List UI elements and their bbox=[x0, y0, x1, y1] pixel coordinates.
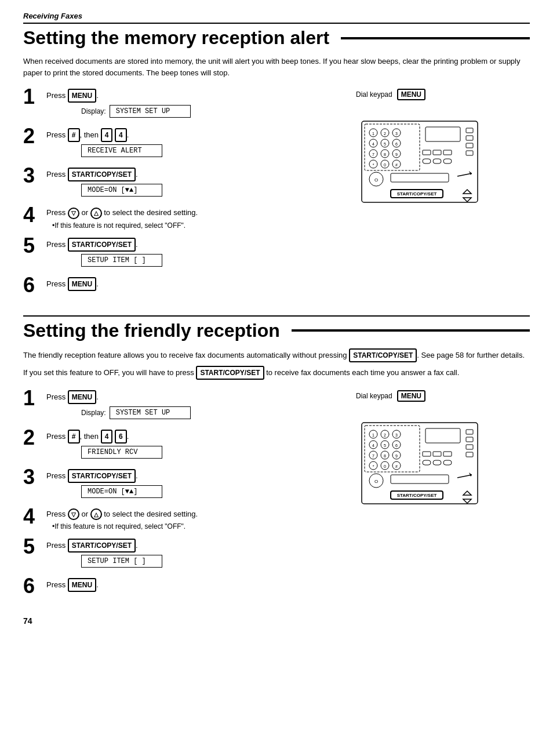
page-container: Receiving Faxes Setting the memory recep… bbox=[0, 0, 553, 643]
s2-step-3-row: 3 Press START/COPY/SET. MODE=ON [▼▲] bbox=[23, 469, 344, 500]
s2-step-1-number: 1 bbox=[23, 388, 46, 409]
s2-step-3-number: 3 bbox=[23, 467, 46, 488]
svg-text:7: 7 bbox=[372, 152, 374, 157]
s2-step-2-row: 2 Press #, then 4 6. FRIENDLY RCV bbox=[23, 430, 344, 461]
svg-text:0: 0 bbox=[384, 464, 386, 468]
s2-step-2-text: Press #, then 4 6. bbox=[46, 430, 344, 444]
step-2-row: 2 Press #, then 4 4. RECEIVE ALERT bbox=[23, 128, 344, 159]
s2-step-5-text: Press START/COPY/SET. bbox=[46, 539, 344, 553]
step-3-display: MODE=ON [▼▲] bbox=[81, 184, 162, 197]
svg-rect-35 bbox=[433, 159, 441, 163]
s2-step-2-content: Press #, then 4 6. FRIENDLY RCV bbox=[46, 430, 344, 461]
menu-btn-s2-1: MENU bbox=[68, 390, 96, 404]
down-circle-s2: ▽ bbox=[68, 508, 79, 520]
svg-text:START/COPY/SET: START/COPY/SET bbox=[397, 191, 437, 197]
start-copy-set-btn-s2-5: START/COPY/SET bbox=[68, 539, 136, 553]
step-1-text: Press MENU. bbox=[46, 89, 344, 103]
fax-machine-diagram-1: 1 2 3 4 5 6 7 8 9 * bbox=[356, 104, 518, 220]
step-4-number: 4 bbox=[23, 205, 46, 226]
svg-rect-82 bbox=[443, 460, 452, 465]
title-line bbox=[341, 37, 530, 39]
step-2-display: RECEIVE ALERT bbox=[81, 144, 162, 157]
title-line-2 bbox=[292, 329, 530, 332]
menu-label-2: MENU bbox=[397, 390, 425, 402]
svg-rect-33 bbox=[443, 150, 452, 155]
svg-text:*: * bbox=[373, 464, 374, 468]
svg-text:O: O bbox=[374, 177, 378, 183]
hash-btn-s2: # bbox=[68, 430, 80, 444]
s2-step-6-content: Press MENU. bbox=[46, 578, 344, 594]
s2-lcd-mode-on: MODE=ON [▼▲] bbox=[81, 485, 162, 498]
svg-text:START/COPY/SET: START/COPY/SET bbox=[397, 493, 437, 498]
svg-text:4: 4 bbox=[372, 142, 374, 146]
svg-rect-26 bbox=[425, 127, 460, 141]
step-2-number: 2 bbox=[23, 126, 46, 147]
step-5-text: Press START/COPY/SET. bbox=[46, 238, 344, 252]
s2-step-5-number: 5 bbox=[23, 536, 46, 557]
section2-steps: 1 Press MENU. Display: SYSTEM SET UP 2 P bbox=[23, 390, 344, 605]
dial-keypad-label-2: Dial keypad bbox=[356, 392, 392, 400]
svg-marker-44 bbox=[463, 190, 471, 194]
section1-steps: 1 Press MENU. Display: SYSTEM SET UP 2 P bbox=[23, 89, 344, 304]
step-4-text: Press ▽ or △ to select the desired setti… bbox=[46, 207, 344, 219]
svg-marker-91 bbox=[463, 499, 471, 503]
svg-line-40 bbox=[457, 173, 472, 176]
svg-rect-77 bbox=[423, 452, 431, 456]
step-5-row: 5 Press START/COPY/SET. SETUP ITEM [ ] bbox=[23, 238, 344, 269]
s2-step-6-row: 6 Press MENU. bbox=[23, 578, 344, 597]
svg-rect-34 bbox=[423, 159, 431, 163]
s2-step-6-number: 6 bbox=[23, 576, 46, 597]
step-5-display: SETUP ITEM [ ] bbox=[81, 254, 162, 267]
s2-lcd-setup-item: SETUP ITEM [ ] bbox=[81, 555, 162, 568]
svg-text:1: 1 bbox=[372, 132, 374, 136]
key4b-s1: 4 bbox=[115, 128, 127, 142]
s2-step-2-number: 2 bbox=[23, 427, 46, 448]
start-copy-set-ref-intro: START/COPY/SET bbox=[349, 348, 417, 362]
svg-rect-78 bbox=[433, 452, 441, 456]
svg-text:3: 3 bbox=[395, 132, 398, 136]
svg-text:9: 9 bbox=[395, 454, 398, 458]
page-number: 74 bbox=[23, 616, 530, 626]
start-copy-set-btn-s2-3: START/COPY/SET bbox=[68, 469, 136, 483]
section2-content: 1 Press MENU. Display: SYSTEM SET UP 2 P bbox=[23, 390, 530, 605]
svg-text:#: # bbox=[395, 163, 398, 167]
dial-keypad-label-1: Dial keypad bbox=[356, 90, 392, 99]
svg-text:8: 8 bbox=[384, 152, 386, 157]
step-1-number: 1 bbox=[23, 86, 46, 107]
svg-rect-72 bbox=[425, 428, 460, 443]
s2-step-3-display: MODE=ON [▼▲] bbox=[81, 485, 162, 498]
s2-step-1-content: Press MENU. Display: SYSTEM SET UP bbox=[46, 390, 344, 421]
step-3-content: Press START/COPY/SET. MODE=ON [▼▲] bbox=[46, 168, 344, 199]
menu-btn-s1-6: MENU bbox=[68, 277, 96, 291]
section1-diagram: Dial keypad MENU 1 2 3 4 5 bbox=[356, 89, 530, 304]
svg-text:4: 4 bbox=[372, 444, 374, 448]
step-6-content: Press MENU. bbox=[46, 277, 344, 293]
svg-marker-45 bbox=[463, 198, 471, 202]
key4-s2: 4 bbox=[101, 430, 113, 444]
lcd-mode-on-1: MODE=ON [▼▲] bbox=[81, 184, 162, 197]
svg-text:6: 6 bbox=[395, 444, 398, 448]
svg-rect-76 bbox=[466, 452, 473, 457]
top-divider bbox=[23, 23, 530, 24]
svg-rect-30 bbox=[466, 151, 473, 155]
svg-text:7: 7 bbox=[372, 454, 374, 458]
svg-rect-28 bbox=[466, 136, 473, 140]
lcd-setup-item-1: SETUP ITEM [ ] bbox=[81, 254, 162, 267]
s2-step-5-content: Press START/COPY/SET. SETUP ITEM [ ] bbox=[46, 539, 344, 570]
s2-lcd-friendly-rcv: FRIENDLY RCV bbox=[81, 446, 162, 459]
svg-marker-90 bbox=[463, 491, 471, 495]
svg-line-86 bbox=[457, 475, 472, 478]
menu-btn-s2-6: MENU bbox=[68, 578, 96, 592]
lcd-receive-alert: RECEIVE ALERT bbox=[81, 144, 162, 157]
s2-lcd-system-setup: SYSTEM SET UP bbox=[110, 406, 191, 419]
step-4-bullet: •If this feature is not required, select… bbox=[52, 221, 344, 230]
step-6-text: Press MENU. bbox=[46, 277, 344, 291]
svg-text:9: 9 bbox=[395, 152, 398, 157]
s2-step-4-row: 4 Press ▽ or △ to select the desired set… bbox=[23, 508, 344, 531]
svg-rect-31 bbox=[423, 150, 431, 155]
step-3-row: 3 Press START/COPY/SET. MODE=ON [▼▲] bbox=[23, 168, 344, 199]
s2-step-1-text: Press MENU. bbox=[46, 390, 344, 404]
step-1-row: 1 Press MENU. Display: SYSTEM SET UP bbox=[23, 89, 344, 120]
svg-rect-27 bbox=[466, 128, 473, 133]
display-label-1: Display: bbox=[81, 107, 106, 115]
